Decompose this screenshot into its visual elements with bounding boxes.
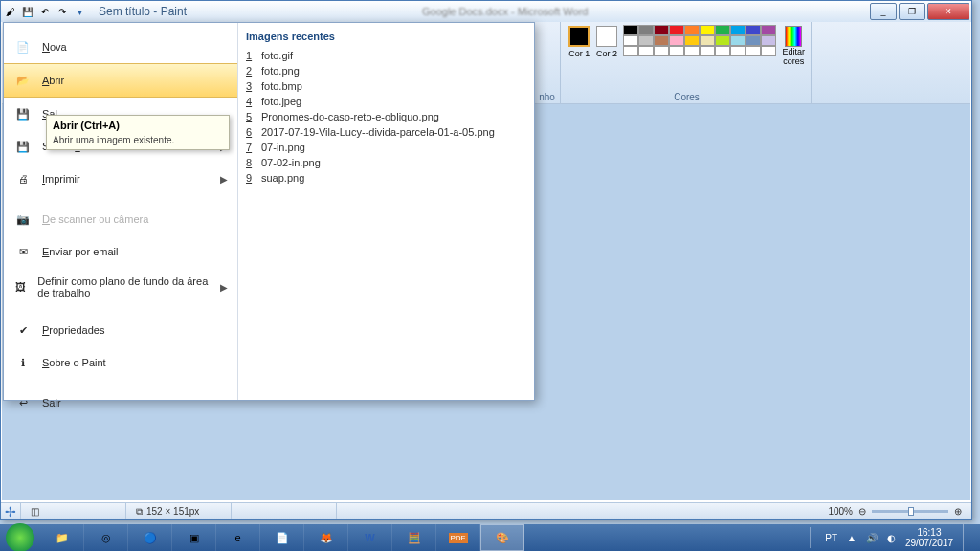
time-value: 16:13 [905,527,953,538]
qat-more-icon[interactable]: ▾ [72,4,87,19]
color-swatch[interactable] [669,35,684,46]
calc-icon: 🧮 [408,532,421,544]
cursor-position-cell: ✢ [1,503,21,519]
zoom-in-button[interactable]: ⊕ [954,506,962,517]
taskbar-edge[interactable]: e [216,524,260,551]
recent-item[interactable]: 3foto.bmp [246,78,526,94]
recent-item[interactable]: 62017-07-19-Vila-Lucy--divida-parcela-01… [246,124,526,140]
taskbar-chrome[interactable]: 🔵 [128,524,172,551]
color-swatch[interactable] [730,35,746,46]
start-button[interactable] [6,523,34,551]
taskbar-notepad[interactable]: 📄 [260,524,304,551]
color-swatch[interactable] [730,46,746,56]
recent-item[interactable]: 5Pronomes-do-caso-reto-e-obliquo.png [246,109,526,124]
color-swatch[interactable] [623,46,638,56]
date-value: 29/07/2017 [905,538,953,548]
taskbar: 📁 ◎ 🔵 ▣ e 📄 🦊 W 🧮 PDF 🎨 PT ▲ 🔊 ◐ 16:13 2… [0,524,980,551]
color-swatch[interactable] [638,25,654,35]
zoom-out-button[interactable]: ⊖ [858,506,866,517]
color-swatch[interactable] [730,25,746,35]
color-swatch[interactable] [715,35,730,46]
file-menu-item-9[interactable]: ℹSobre o Paint [4,346,237,379]
filesize-cell [232,503,337,519]
color-swatch[interactable] [700,25,715,35]
file-menu-item-4[interactable]: 🖨Imprimir▶ [4,163,237,195]
recent-item[interactable]: 9suap.png [246,170,526,186]
taskbar-firefox[interactable]: 🦊 [304,524,348,551]
color-swatch[interactable] [684,35,700,46]
color-swatch[interactable] [746,46,761,56]
color2-selector[interactable]: Cor 2 [596,26,618,58]
taskbar-media[interactable]: ◎ [84,524,128,551]
volume-icon[interactable]: 🔊 [866,533,878,543]
file-menu-icon: 🖨 [13,170,33,187]
minimize-button[interactable]: _ [870,3,897,20]
color-swatch[interactable] [654,46,669,56]
save-icon[interactable]: 💾 [20,4,35,19]
tray-up-icon[interactable]: ▲ [847,533,857,543]
terminal-icon: ▣ [189,532,199,544]
color-swatch[interactable] [761,25,776,35]
color-swatch[interactable] [669,25,684,35]
color-swatch[interactable] [623,35,638,46]
color-swatch[interactable] [638,35,654,46]
maximize-button[interactable]: ❐ [899,3,925,20]
zoom-thumb[interactable] [908,507,914,516]
edit-colors-button[interactable]: Editar cores [782,26,805,66]
color-swatch[interactable] [715,46,730,56]
recent-index: 3 [246,80,256,92]
taskbar-pdf[interactable]: PDF [436,524,480,551]
file-menu-item-8[interactable]: ✔Propriedades [4,314,237,346]
clock-icon[interactable]: ◐ [887,533,896,543]
close-button[interactable]: ✕ [927,3,969,20]
color-swatch[interactable] [684,46,700,56]
color-swatch[interactable] [700,46,715,56]
color-swatch[interactable] [761,46,776,56]
taskbar-calc[interactable]: 🧮 [392,524,436,551]
color-swatch[interactable] [746,35,761,46]
color-swatch[interactable] [746,25,761,35]
clock[interactable]: 16:13 29/07/2017 [905,527,953,548]
color-swatch[interactable] [669,46,684,56]
recent-item[interactable]: 707-in.png [246,140,526,155]
recent-item[interactable]: 807-02-in.png [246,155,526,170]
recent-item[interactable]: 4foto.jpeg [246,94,526,109]
chrome-icon: 🔵 [144,532,157,544]
color-swatch[interactable] [715,25,730,35]
show-desktop[interactable] [963,524,970,551]
tray-separator [810,527,815,548]
file-menu-item-10[interactable]: ↩Sair [4,386,237,419]
color2-label: Cor 2 [596,49,617,58]
recent-filename: foto.jpeg [261,96,301,107]
color-swatch[interactable] [623,25,638,35]
file-menu-item-6[interactable]: ✉Enviar por email [4,235,237,268]
taskbar-word[interactable]: W [348,524,392,551]
undo-icon[interactable]: ↶ [37,4,53,19]
size-group-label-clipped: nho [534,92,560,102]
system-tray: PT ▲ 🔊 ◐ 16:13 29/07/2017 [810,524,980,551]
recent-item[interactable]: 2foto.png [246,63,526,78]
color1-selector[interactable]: Cor 1 [568,26,590,58]
file-menu-label: Sobre o Paint [42,357,106,368]
recent-item[interactable]: 1foto.gif [246,48,526,63]
redo-icon[interactable]: ↷ [55,4,70,19]
color-swatch[interactable] [654,35,669,46]
file-menu-item-0[interactable]: 📄Nova [4,31,237,63]
file-menu-item-1[interactable]: 📂Abrir [4,63,237,98]
dimensions-cell: ⧉152 × 151px [126,503,232,519]
taskbar-explorer[interactable]: 📁 [40,524,84,551]
color-swatch[interactable] [684,25,700,35]
taskbar-terminal[interactable]: ▣ [172,524,216,551]
color-swatch[interactable] [654,25,669,35]
color-swatch[interactable] [700,35,715,46]
file-menu-label: De scanner ou câmera [42,213,148,225]
recent-index: 1 [246,50,256,61]
firefox-icon: 🦊 [320,532,333,544]
taskbar-paint[interactable]: 🎨 [480,524,524,551]
file-menu-label: Definir como plano de fundo da área de t… [37,276,211,298]
language-indicator[interactable]: PT [825,533,837,543]
color-swatch[interactable] [761,35,776,46]
file-menu-item-7[interactable]: 🖼Definir como plano de fundo da área de … [4,268,237,306]
zoom-slider[interactable] [872,510,948,513]
color-swatch[interactable] [638,46,654,56]
